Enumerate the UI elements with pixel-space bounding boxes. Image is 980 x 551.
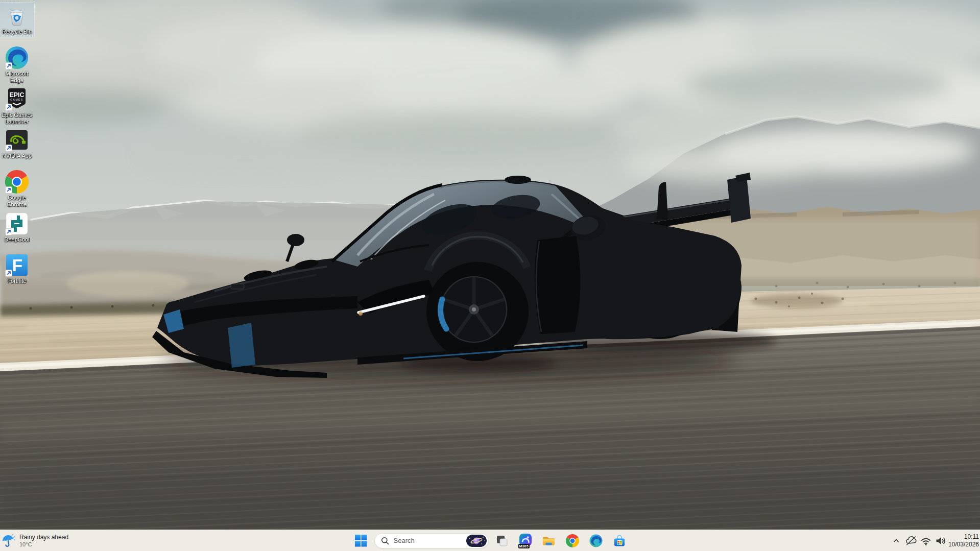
desktop-icon-fortnite[interactable]: F Fortnite <box>0 252 35 286</box>
chrome-button[interactable] <box>562 532 583 550</box>
chevron-up-icon <box>892 536 901 545</box>
file-explorer-button[interactable] <box>539 532 559 550</box>
desktop-icon-microsoft-edge[interactable]: Microsoft Edge <box>0 44 35 86</box>
taskbar: Rainy days ahead 10°C Search <box>0 530 980 551</box>
search-box[interactable]: Search <box>374 533 489 548</box>
m365-badge: M365 <box>518 544 530 548</box>
svg-text:EPIC: EPIC <box>9 91 24 99</box>
edge-icon <box>589 534 603 547</box>
svg-text:GAMES: GAMES <box>10 98 23 101</box>
clock-date: 10/03/2026 <box>948 541 979 548</box>
desktop-icon-google-chrome[interactable]: Google Chrome <box>0 169 35 210</box>
desktop-icon-label: Google Chrome <box>0 195 34 208</box>
edge-button[interactable] <box>586 532 606 550</box>
blue-splitter-accent <box>228 323 255 368</box>
speaker-icon <box>935 535 947 547</box>
volume-tray-button[interactable] <box>934 532 948 550</box>
chrome-icon <box>566 534 579 547</box>
weather-headline: Rainy days ahead <box>19 534 68 541</box>
wallpaper-mclaren-senna <box>0 0 980 530</box>
microsoft-store-icon <box>613 534 626 547</box>
desktop-icon-recycle-bin[interactable]: Recycle Bin <box>0 3 35 37</box>
clock[interactable]: 10:11 10/03/2026 <box>948 533 979 548</box>
weather-umbrella-icon <box>1 534 15 548</box>
wifi-icon <box>920 535 931 546</box>
m365-copilot-button[interactable]: M365 <box>515 532 536 550</box>
search-daily-image[interactable] <box>466 535 487 547</box>
shortcut-arrow-icon <box>5 145 12 152</box>
search-placeholder: Search <box>394 537 462 544</box>
search-icon <box>381 537 389 545</box>
weather-temperature: 10°C <box>19 541 32 548</box>
svg-text:F: F <box>12 255 23 275</box>
shortcut-arrow-icon <box>5 62 12 69</box>
desktop-icon-label: Fortnite <box>7 278 26 284</box>
clock-time: 10:11 <box>964 533 979 541</box>
desktop-icon-label: NVIDIA App <box>2 153 32 159</box>
shortcut-arrow-icon <box>5 270 12 277</box>
task-view-button[interactable] <box>492 532 512 550</box>
tray-overflow-button[interactable] <box>889 532 904 550</box>
recycle-bin-icon <box>5 4 29 28</box>
shortcut-arrow-icon <box>5 186 12 194</box>
microsoft-store-button[interactable] <box>609 532 630 550</box>
shortcut-arrow-icon <box>5 104 12 111</box>
desktop-icon-label: Recycle Bin <box>2 29 32 35</box>
desktop-icon-label: Microsoft Edge <box>0 70 34 84</box>
shortcut-arrow-icon <box>5 228 12 235</box>
windows-logo-icon <box>354 534 367 547</box>
file-explorer-icon <box>542 534 556 547</box>
desktop-icon-deepcool[interactable]: DeepCool <box>0 210 35 245</box>
desktop-icon-nvidia-app[interactable]: NVIDIA App <box>0 127 35 161</box>
weather-widget[interactable]: Rainy days ahead 10°C <box>1 531 68 550</box>
task-view-icon <box>496 535 508 547</box>
desktop-icon-label: Epic Games Launcher <box>0 112 34 125</box>
onedrive-tray-button[interactable] <box>904 532 919 550</box>
network-tray-button[interactable] <box>919 532 934 550</box>
planet-art-icon <box>466 535 487 547</box>
desktop-icon-label: DeepCool <box>5 236 30 243</box>
onedrive-offline-cloud-icon <box>905 535 917 546</box>
desktop-icon-epic-games-launcher[interactable]: EPIC GAMES Epic Games Launcher <box>0 86 35 127</box>
start-button[interactable] <box>351 532 371 550</box>
